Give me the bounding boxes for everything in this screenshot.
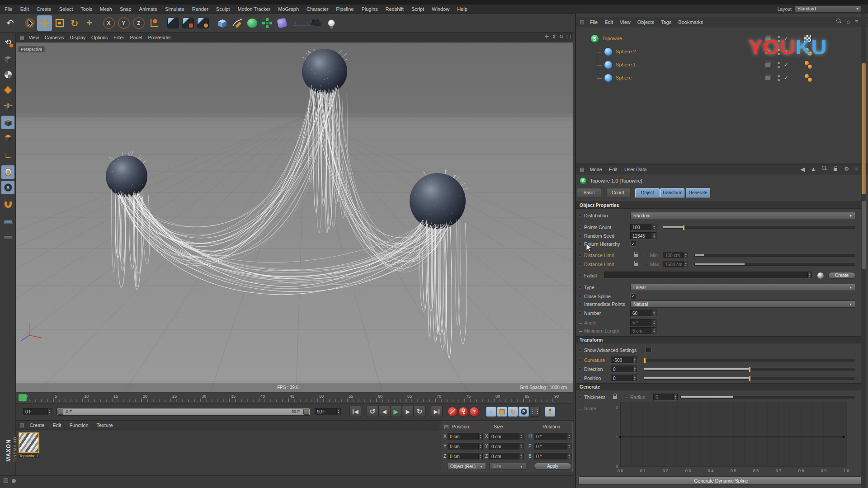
menu-item-function[interactable]: Function: [69, 422, 88, 428]
menu-item-character[interactable]: Character: [307, 6, 328, 12]
add-camera-icon[interactable]: [309, 15, 324, 31]
direction-slider[interactable]: [644, 368, 855, 371]
tab-basic[interactable]: Basic: [577, 188, 601, 197]
menu-item-redshift[interactable]: Redshift: [386, 6, 404, 12]
panel-menu-icon[interactable]: ▤: [444, 424, 448, 430]
zoom-view-icon[interactable]: ⇕: [552, 33, 557, 40]
enable-snap-icon[interactable]: [1, 165, 14, 179]
minimum-length-field[interactable]: 5 cm: [630, 327, 656, 334]
size-z-field[interactable]: 0 cm: [489, 453, 524, 460]
points-mode-icon[interactable]: [1, 100, 14, 114]
panel-menu-icon[interactable]: ▤: [580, 19, 584, 25]
close-spline-checkbox[interactable]: ✓: [630, 293, 636, 299]
add-deformer-icon[interactable]: [274, 15, 289, 31]
rotation-b-field[interactable]: 0 °: [534, 453, 571, 460]
lock-y-icon[interactable]: Y: [116, 15, 131, 31]
section-transform[interactable]: Transform: [576, 336, 863, 343]
range-start-handle[interactable]: [57, 409, 63, 415]
locked-workplane-icon[interactable]: [1, 230, 14, 244]
menu-item-render[interactable]: Render: [192, 6, 208, 12]
type-select[interactable]: Linear▼: [630, 284, 855, 291]
menu-item-select[interactable]: Select: [59, 6, 73, 12]
rotation-h-field[interactable]: 0 °: [534, 433, 571, 440]
viewport-canvas[interactable]: Perspective FPS : 39.6 Grid Spacing : 10…: [16, 42, 573, 392]
visibility-dots-icon[interactable]: [778, 75, 780, 81]
end-frame-field[interactable]: 90 F: [315, 408, 341, 415]
polygons-mode-icon[interactable]: [1, 131, 14, 145]
object-name[interactable]: Sphere 1: [616, 62, 636, 67]
sphere-object-icon[interactable]: [604, 74, 613, 82]
menu-item-cameras[interactable]: Cameras: [45, 35, 64, 40]
menu-item-pipeline[interactable]: Pipeline: [336, 6, 354, 12]
distribution-select[interactable]: Random▼: [630, 212, 855, 219]
add-spline-icon[interactable]: [230, 15, 245, 31]
menu-icon[interactable]: ≡: [855, 19, 858, 25]
points-count-slider[interactable]: [663, 226, 855, 229]
previous-frame-button[interactable]: ◀: [378, 406, 390, 417]
go-to-end-button[interactable]: ▶: [431, 406, 443, 417]
menu-item-simulate[interactable]: Simulate: [165, 6, 184, 12]
menu-item-tags[interactable]: Tags: [661, 19, 671, 25]
menu-item-mograph[interactable]: MoGraph: [278, 6, 299, 12]
add-floor-icon[interactable]: [294, 15, 309, 31]
menu-icon[interactable]: ≡: [855, 166, 858, 173]
timeline-ruler[interactable]: 051015202530354045505560657075808590: [16, 393, 573, 404]
scrollbar[interactable]: [861, 14, 866, 488]
panel-menu-icon[interactable]: ▤: [19, 34, 24, 40]
menu-item-mode[interactable]: Mode: [590, 167, 602, 172]
add-cube-icon[interactable]: [215, 15, 230, 31]
points-count-field[interactable]: 100: [630, 224, 656, 231]
direction-field[interactable]: 0: [611, 366, 637, 373]
undo-icon[interactable]: ↶: [3, 15, 18, 31]
gear-icon[interactable]: ⚙: [844, 166, 849, 173]
menu-item-view[interactable]: View: [620, 19, 631, 25]
scale-spline-graph[interactable]: 2100.00.10.20.30.40.50.60.70.80.91.0: [614, 399, 858, 474]
play-backwards-button[interactable]: ↺: [367, 406, 378, 417]
visibility-dots-icon[interactable]: [778, 62, 780, 68]
size-y-field[interactable]: 0 cm: [489, 443, 524, 450]
key-rotation-toggle[interactable]: ↻: [508, 407, 518, 417]
layer-icon[interactable]: [765, 62, 770, 67]
distance-max-field[interactable]: 1500 cm: [663, 261, 688, 268]
section-object-properties[interactable]: Object Properties: [576, 202, 863, 209]
lock-x-icon[interactable]: X: [101, 15, 116, 31]
add-light-icon[interactable]: [324, 15, 339, 31]
material-thumbnail[interactable]: [19, 432, 39, 453]
position-x-field[interactable]: 0 cm: [448, 433, 483, 440]
phong-tag-icons[interactable]: [804, 61, 813, 70]
sphere-object-icon[interactable]: [604, 61, 613, 69]
model-mode-icon[interactable]: [1, 52, 14, 66]
menu-item-filter[interactable]: Filter: [113, 35, 124, 40]
intermediate-points-select[interactable]: Natural▼: [630, 300, 855, 308]
coordinate-mode-select[interactable]: Object (Rel.)▼: [447, 463, 486, 470]
phong-tag-icons[interactable]: [804, 74, 813, 83]
menu-item-prorender[interactable]: ProRender: [148, 35, 171, 40]
render-settings-icon[interactable]: [195, 15, 210, 31]
tab-object[interactable]: Object: [635, 188, 660, 197]
rotation-p-field[interactable]: 0 °: [534, 443, 571, 450]
material-item[interactable]: Topowire 1: [19, 432, 40, 460]
add-mograph-icon[interactable]: [259, 15, 274, 31]
generate-dynamic-spline-button[interactable]: Generate Dynamic Spline: [579, 476, 863, 485]
tab-generate[interactable]: Generate: [686, 188, 710, 197]
camera-label[interactable]: Perspective: [18, 46, 45, 52]
distance-max-slider[interactable]: [694, 263, 855, 266]
edges-mode-icon[interactable]: [1, 116, 14, 129]
menu-item-objects[interactable]: Objects: [637, 19, 654, 25]
menu-item-create[interactable]: Create: [37, 6, 52, 12]
next-frame-button[interactable]: ▶: [402, 406, 414, 417]
menu-item-edit[interactable]: Edit: [52, 422, 61, 428]
texture-mode-icon[interactable]: [1, 68, 14, 81]
range-end-handle[interactable]: [303, 409, 309, 415]
key-position-toggle[interactable]: +: [486, 407, 496, 417]
menu-item-texture[interactable]: Texture: [97, 422, 113, 428]
menu-item-create[interactable]: Create: [29, 422, 44, 428]
scale-tool-icon[interactable]: [52, 15, 67, 31]
layer-icon[interactable]: [765, 75, 770, 80]
size-x-field[interactable]: 0 cm: [489, 433, 524, 440]
falloff-create-button[interactable]: Create: [828, 272, 855, 279]
key-scale-toggle[interactable]: [497, 407, 507, 417]
loop-button[interactable]: ↻: [414, 406, 425, 417]
menu-item-edit[interactable]: Edit: [609, 167, 618, 172]
enabled-check-icon[interactable]: ✓: [784, 62, 788, 68]
